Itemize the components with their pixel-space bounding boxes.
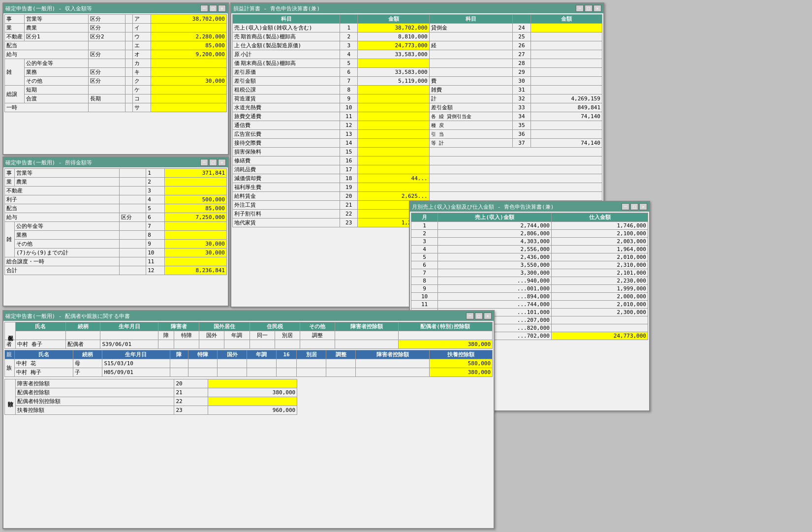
family-minimize-btn[interactable]: ─ — [466, 313, 474, 319]
win-income2[interactable]: 確定申告書(一般用) - 所得金額等 ─ □ ✕ 事 営業等 1 371,841… — [2, 156, 229, 307]
val-haiguusha-tokubetsu[interactable] — [208, 397, 297, 406]
input-cell[interactable] — [151, 94, 227, 103]
row-10-val[interactable] — [358, 103, 429, 112]
win-family[interactable]: 確定申告書(一般用) - 配偶者や親族に関する申書 ─ □ ✕ 配偶者 氏名 続… — [2, 310, 495, 529]
cell: 6 — [146, 213, 165, 222]
val-shougai-koujyo[interactable] — [208, 379, 297, 388]
row-13-val[interactable] — [358, 130, 429, 139]
family-close-btn[interactable]: ✕ — [484, 313, 492, 319]
cell — [125, 68, 132, 77]
monthly-close-btn[interactable]: ✕ — [639, 203, 647, 210]
family-restore-btn[interactable]: □ — [475, 313, 483, 319]
row-17-val[interactable] — [358, 165, 429, 174]
input-cell[interactable] — [151, 24, 227, 32]
spouse-toku — [174, 340, 199, 349]
income2-restore-btn[interactable]: □ — [209, 159, 217, 166]
cell — [335, 331, 398, 340]
col-nencho2: 年調 — [247, 350, 277, 359]
input-cell[interactable] — [151, 103, 227, 112]
input-cell[interactable]: 30,000 — [165, 240, 227, 249]
pl-close-btn[interactable]: ✕ — [593, 5, 601, 12]
row-14-no: 14 — [340, 139, 358, 148]
minimize-btn[interactable]: ─ — [200, 5, 208, 12]
restore-btn[interactable]: □ — [209, 5, 217, 12]
monthly-restore-btn[interactable]: □ — [630, 203, 638, 210]
row-12-val[interactable] — [358, 121, 429, 130]
input-cell[interactable]: 8,236,841 — [165, 266, 227, 275]
input-cell[interactable]: 30,000 — [165, 249, 227, 257]
month-7: 7 — [411, 269, 438, 277]
row-16-val[interactable] — [358, 156, 429, 165]
row-18-val[interactable]: 44... — [358, 174, 429, 183]
cell-shinzoku: 親 — [5, 350, 15, 359]
row-19-val[interactable] — [358, 183, 429, 192]
input-cell[interactable]: 2,280,000 — [151, 32, 227, 41]
cell: 区分2 — [89, 32, 125, 41]
row-20-val[interactable]: 2,625... — [358, 192, 429, 201]
cell: 配当 — [5, 41, 89, 50]
input-cell[interactable]: 371,841 — [165, 169, 227, 178]
rel1-16 — [276, 359, 297, 368]
input-cell[interactable]: 85,000 — [165, 204, 227, 213]
row-14-val[interactable] — [358, 139, 429, 148]
row-32-val: 4,269,159 — [531, 94, 602, 103]
col-zokugara2: 続柄 — [73, 350, 102, 359]
row-8-val[interactable] — [358, 86, 429, 94]
row-9-val[interactable] — [358, 94, 429, 103]
monthly-minimize-btn[interactable]: ─ — [622, 203, 629, 210]
col-no — [340, 15, 358, 24]
pl-restore-btn[interactable]: □ — [585, 5, 593, 12]
row-15-val[interactable] — [358, 148, 429, 156]
input-cell[interactable] — [151, 59, 227, 68]
row-15-no: 15 — [340, 148, 358, 156]
cell — [16, 331, 66, 340]
input-cell[interactable] — [151, 68, 227, 77]
row-3-val[interactable]: 24,773,000 — [358, 41, 429, 50]
row-25-val — [531, 32, 602, 41]
win-income[interactable]: 確定申告書(一般用) - 収入金額等 ─ □ ✕ 事 営業等 区分 ア 38,7… — [2, 2, 229, 155]
cell: 10 — [146, 249, 165, 257]
rel2-fuyou-amount[interactable]: 380,000 — [430, 368, 493, 377]
purchase-9: 1,999,000 — [552, 285, 648, 293]
col-amount2: 金額 — [531, 15, 602, 24]
close-btn[interactable]: ✕ — [218, 5, 226, 12]
cell: 長期 — [89, 94, 125, 103]
col-resident: 住民税 — [250, 322, 300, 331]
cell — [119, 257, 146, 266]
col-name: 氏名 — [16, 322, 66, 331]
spouse-amount-val[interactable]: 380,000 — [398, 340, 492, 349]
purchase-15[interactable]: 24,773,000 — [552, 332, 648, 340]
row-24-val[interactable] — [531, 24, 602, 32]
cell: 4 — [146, 195, 165, 204]
input-cell[interactable] — [151, 86, 227, 94]
income2-minimize-btn[interactable]: ─ — [200, 159, 208, 166]
cell-koujyo: 控除額 — [5, 379, 16, 415]
win-income2-title: 確定申告書(一般用) - 所得金額等 — [5, 159, 92, 166]
input-cell[interactable] — [165, 178, 227, 187]
input-cell[interactable]: 9,200,000 — [151, 50, 227, 59]
rel1-fuyou-amount[interactable]: 580,000 — [430, 359, 493, 368]
input-cell[interactable] — [165, 231, 227, 240]
row-33-val: 849,841 — [531, 103, 602, 112]
input-cell[interactable] — [165, 222, 227, 231]
input-cell[interactable]: 7,250,000 — [165, 213, 227, 222]
income2-close-btn[interactable]: ✕ — [218, 159, 226, 166]
row-28-no: 28 — [513, 59, 531, 68]
col-handicap-amount: 障害者控除額 — [335, 322, 398, 331]
pl-minimize-btn[interactable]: ─ — [576, 5, 584, 12]
input-cell[interactable]: 38,702,000 — [151, 15, 227, 24]
empty-right2 — [429, 156, 602, 165]
row-11-val[interactable] — [358, 112, 429, 121]
input-cell[interactable]: 500,000 — [165, 195, 227, 204]
input-cell[interactable] — [165, 187, 227, 195]
input-cell[interactable]: 30,000 — [151, 77, 227, 86]
row-15-label: 損害保険料 — [233, 148, 340, 156]
row-1-val[interactable]: 38,702,000 — [358, 24, 429, 32]
win-pl-titlebar: 損益計算書 - 青色申告決算書(兼) ─ □ ✕ — [231, 3, 603, 13]
row-35-no: 35 — [513, 121, 531, 130]
cell — [125, 86, 132, 94]
row-12-no: 12 — [340, 121, 358, 130]
input-cell[interactable] — [165, 257, 227, 266]
row-5-val[interactable] — [358, 59, 429, 68]
input-cell[interactable]: 85,000 — [151, 41, 227, 50]
